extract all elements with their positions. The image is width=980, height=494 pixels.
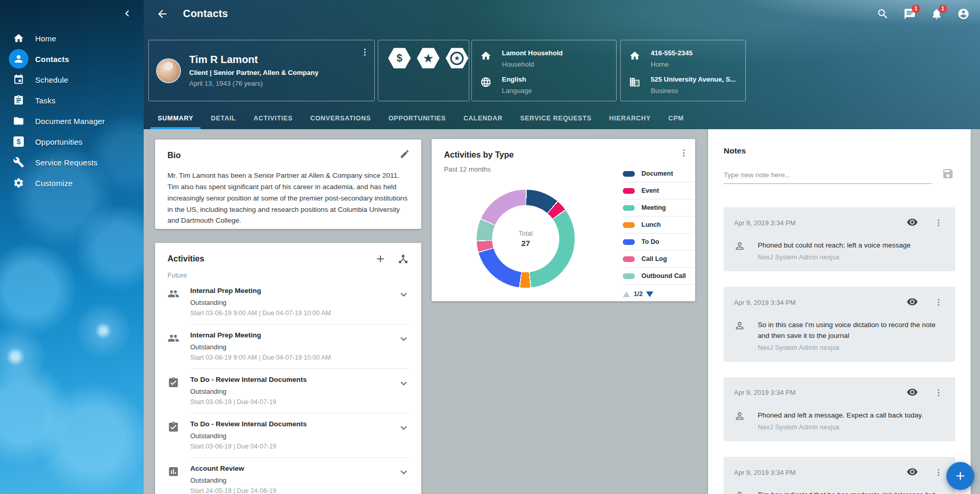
star-circle-badge-icon[interactable]: ★	[445, 48, 469, 69]
activity-dates: Start 03-06-19 9:00 AM | Due 04-07-19 10…	[190, 310, 393, 317]
sidebar-item-contacts[interactable]: Contacts	[0, 49, 144, 69]
sidebar-item-label: Home	[35, 34, 56, 43]
add-fab-button[interactable]	[946, 462, 974, 490]
sidebar-item-icon	[12, 177, 25, 189]
legend-label: Outbound Call	[641, 272, 686, 280]
activity-dates: Start 24-05-19 | Due 24-06-19	[190, 487, 393, 494]
sidebar-item-service-requests[interactable]: Service Requests	[0, 152, 144, 173]
legend-pager: 1/2	[623, 290, 694, 298]
tab-conversations[interactable]: CONVERSATIONS	[301, 107, 379, 129]
legend-item-outbound-call[interactable]: Outbound Call	[623, 268, 694, 285]
note-menu-icon[interactable]: ⋮	[932, 466, 945, 478]
hierarchy-icon[interactable]	[397, 253, 410, 266]
phone-row[interactable]: 416-555-2345 Home	[628, 45, 738, 72]
sidebar-item-tasks[interactable]: Tasks	[0, 90, 144, 111]
chevron-down-icon[interactable]	[397, 333, 410, 345]
activity-type-icon	[167, 377, 180, 389]
activity-row[interactable]: Internal Prep Meeting Outstanding Start …	[155, 325, 421, 369]
account-icon[interactable]	[957, 8, 970, 20]
sidebar-item-icon	[12, 73, 25, 86]
note-menu-icon[interactable]: ⋮	[932, 296, 945, 308]
legend-label: Call Log	[641, 255, 667, 263]
tab-service-requests[interactable]: SERVICE REQUESTS	[511, 107, 600, 129]
tab-detail[interactable]: DETAIL	[202, 107, 244, 129]
back-arrow-icon[interactable]	[156, 8, 169, 20]
activity-status: Outstanding	[190, 432, 393, 440]
household-type: Household	[502, 60, 563, 68]
sidebar-item-label: Schedule	[35, 75, 68, 84]
search-icon[interactable]	[877, 8, 889, 20]
note-author: NexJ System Admin nexjsa	[758, 253, 911, 261]
contact-text: Tim R Lamont Client | Senior Partner, Al…	[189, 54, 318, 87]
chevron-down-icon[interactable]	[397, 377, 410, 390]
notes-title: Notes	[724, 146, 955, 156]
activity-status: Outstanding	[190, 299, 393, 306]
save-note-icon[interactable]	[942, 167, 955, 181]
chevron-down-icon[interactable]	[397, 466, 410, 478]
activity-row[interactable]: Internal Prep Meeting Outstanding Start …	[155, 280, 421, 325]
legend-item-lunch[interactable]: Lunch	[623, 217, 694, 234]
sidebar-item-customize[interactable]: Customize	[0, 173, 144, 193]
activity-dates: Start 03-06-19 9:00 AM | Due 04-07-19 10…	[190, 354, 393, 361]
tab-calendar[interactable]: CALENDAR	[455, 107, 512, 129]
donut-total-label: Total	[518, 229, 532, 237]
address-row[interactable]: 525 University Avenue, S... Business	[628, 72, 738, 98]
chart-menu-icon[interactable]: ⋮	[678, 146, 690, 159]
activities-title: Activities	[167, 254, 204, 263]
note-menu-icon[interactable]: ⋮	[932, 387, 945, 399]
sidebar-item-icon	[12, 53, 25, 65]
tab-hierarchy[interactable]: HIERARCHY	[600, 107, 660, 129]
tab-summary[interactable]: SUMMARY	[149, 107, 202, 129]
legend-item-call-log[interactable]: Call Log	[623, 251, 694, 268]
activity-row[interactable]: To Do - Review Internal Documents Outsta…	[155, 369, 421, 413]
note-author: NexJ System Admin nexjsa	[758, 423, 923, 431]
person-icon	[734, 240, 746, 253]
tab-opportunities[interactable]: OPPORTUNITIES	[379, 107, 454, 129]
note-timestamp: Apr 9, 2019 3:34 PM	[734, 469, 907, 476]
notifications-bell-icon[interactable]: 1	[930, 8, 943, 20]
contact-menu-icon[interactable]: ⋮	[359, 45, 371, 58]
tab-cpm[interactable]: CPM	[660, 107, 693, 129]
edit-pencil-icon[interactable]	[400, 149, 411, 160]
new-note-input[interactable]	[724, 168, 931, 184]
activity-type-icon	[167, 466, 180, 478]
contact-tabs: SUMMARYDETAILACTIVITIESCONVERSATIONSOPPO…	[149, 107, 693, 129]
chevron-down-icon[interactable]	[397, 288, 410, 301]
eye-icon[interactable]	[907, 217, 919, 229]
eye-icon[interactable]	[907, 296, 919, 308]
activities-list: Internal Prep Meeting Outstanding Start …	[155, 280, 421, 494]
dollar-badge-icon[interactable]: $	[388, 48, 411, 69]
activity-status: Outstanding	[190, 476, 393, 484]
language-row[interactable]: English Language	[479, 72, 609, 98]
chevron-down-icon[interactable]	[397, 422, 410, 434]
legend-item-meeting[interactable]: Meeting	[623, 199, 694, 217]
legend-item-event[interactable]: Event	[623, 182, 694, 199]
sidebar-collapse-icon[interactable]	[121, 7, 133, 20]
legend-color-chip	[623, 273, 635, 279]
legend-item-document[interactable]: Document	[623, 165, 694, 182]
legend-item-to-do[interactable]: To Do	[623, 234, 694, 251]
star-badge-icon[interactable]: ★	[417, 48, 440, 69]
donut-chart[interactable]: Total 27	[477, 190, 575, 288]
activity-row[interactable]: To Do - Review Internal Documents Outsta…	[155, 413, 421, 458]
legend-page-down-icon[interactable]	[646, 291, 653, 297]
legend-color-chip	[623, 188, 635, 194]
legend-color-chip	[623, 171, 635, 177]
activity-row[interactable]: Account Review Outstanding Start 24-05-1…	[155, 458, 421, 494]
household-row[interactable]: Lamont Household Household	[479, 45, 609, 72]
note-menu-icon[interactable]: ⋮	[932, 217, 945, 229]
sidebar-item-icon: $	[12, 135, 25, 148]
activity-dates: Start 03-06-19 | Due 04-07-19	[190, 398, 393, 406]
sidebar-item-document-manager[interactable]: Document Manager	[0, 111, 144, 131]
sidebar-item-schedule[interactable]: Schedule	[0, 69, 144, 90]
add-activity-icon[interactable]	[375, 253, 387, 266]
eye-icon[interactable]	[907, 387, 919, 399]
conversations-icon[interactable]: 1	[904, 8, 916, 20]
contact-avatar[interactable]	[157, 59, 180, 82]
legend-page-up-icon[interactable]	[623, 291, 630, 297]
contact-header: Contacts 1 1	[144, 0, 980, 129]
eye-icon[interactable]	[907, 466, 919, 478]
sidebar-item-opportunities[interactable]: $ Opportunities	[0, 131, 144, 152]
tab-activities[interactable]: ACTIVITIES	[244, 107, 301, 129]
sidebar-item-home[interactable]: Home	[0, 28, 144, 49]
